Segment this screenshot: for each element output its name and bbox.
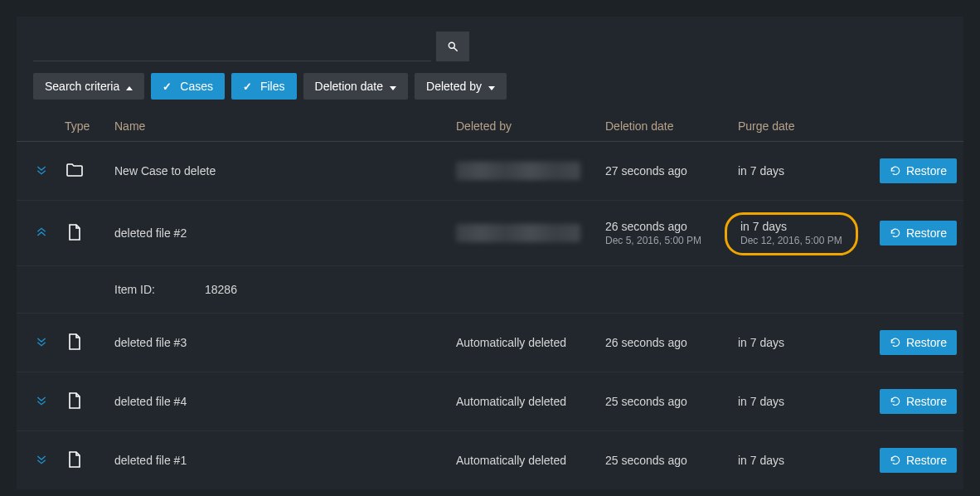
file-icon: [65, 400, 85, 413]
purge-date-cell: in 7 days: [731, 142, 872, 201]
restore-button[interactable]: Restore: [880, 158, 957, 183]
deletion-date-value: 25 seconds ago: [605, 395, 687, 408]
purge-date-value: in 7 days: [740, 220, 787, 233]
cases-filter-label: Cases: [180, 80, 213, 93]
svg-line-1: [454, 48, 458, 51]
deletion-date-sub: Dec 5, 2016, 5:00 PM: [605, 235, 725, 246]
check-icon: [163, 80, 175, 93]
purge-date-cell: in 7 days: [731, 431, 872, 490]
restore-label: Restore: [906, 226, 947, 240]
restore-button[interactable]: Restore: [880, 221, 957, 246]
restore-button[interactable]: Restore: [880, 330, 957, 355]
col-deletion-date-header[interactable]: Deletion date: [599, 111, 731, 142]
deletion-date-cell: 27 seconds ago: [599, 142, 731, 201]
purge-date-cell: in 7 days: [731, 314, 872, 372]
deleted-by-filter-button[interactable]: Deleted by: [415, 73, 507, 100]
col-name-header[interactable]: Name: [108, 111, 449, 142]
deletion-date-cell: 26 seconds ago: [599, 314, 731, 372]
deletion-date-cell: 26 seconds agoDec 5, 2016, 5:00 PM: [599, 201, 731, 266]
detail-row: Item ID:18286: [17, 266, 963, 314]
col-purge-date-header[interactable]: Purge date: [731, 111, 872, 142]
deleted-by-filter-label: Deleted by: [426, 80, 482, 93]
caret-down-icon: [488, 80, 495, 93]
deletion-date-value: 25 seconds ago: [605, 454, 687, 467]
restore-label: Restore: [906, 336, 947, 349]
purge-date-cell: in 7 daysDec 12, 2016, 5:00 PM: [731, 201, 872, 266]
cases-filter-button[interactable]: Cases: [151, 73, 225, 100]
search-icon: [447, 41, 458, 52]
highlight-ring: in 7 daysDec 12, 2016, 5:00 PM: [725, 212, 858, 255]
deleted-by-value: Automatically deleted: [456, 395, 566, 408]
table-row: deleted file #4Automatically deleted25 s…: [17, 372, 963, 431]
deleted-items-panel: Search criteria Cases Files Deletion dat…: [17, 17, 963, 489]
col-expand: [17, 111, 58, 142]
deleted-by-cell: Automatically deleted: [449, 372, 599, 431]
deleted-by-value: Automatically deleted: [456, 454, 566, 467]
purge-date-sub: Dec 12, 2016, 5:00 PM: [740, 235, 842, 246]
table-row: deleted file #1Automatically deleted25 s…: [17, 431, 963, 490]
collapse-icon[interactable]: [35, 226, 48, 239]
item-id-label: Item ID:: [114, 283, 155, 296]
caret-up-icon: [126, 80, 133, 93]
purge-date-value: in 7 days: [738, 164, 784, 177]
expand-icon[interactable]: [35, 163, 48, 177]
files-filter-label: Files: [260, 80, 285, 93]
expand-icon[interactable]: [35, 335, 48, 348]
deleted-by-cell: [449, 142, 599, 201]
table-row: New Case to delete27 seconds agoin 7 day…: [17, 142, 963, 201]
col-type-header[interactable]: Type: [58, 111, 108, 142]
deletion-date-cell: 25 seconds ago: [599, 372, 731, 431]
expand-icon[interactable]: [35, 394, 48, 407]
deleted-by-cell: [449, 201, 599, 266]
deleted-by-value: Automatically deleted: [456, 336, 566, 349]
search-input[interactable]: [33, 32, 431, 61]
purge-date-cell: in 7 days: [731, 372, 872, 431]
toolbar: Search criteria Cases Files Deletion dat…: [17, 17, 963, 111]
restore-label: Restore: [906, 164, 947, 177]
item-name[interactable]: deleted file #4: [108, 372, 449, 431]
deletion-date-value: 27 seconds ago: [605, 164, 687, 177]
search-criteria-label: Search criteria: [45, 80, 119, 93]
file-icon: [65, 341, 85, 354]
restore-label: Restore: [906, 395, 947, 408]
col-action-header: [872, 111, 963, 142]
redacted-text: [456, 162, 580, 180]
search-criteria-button[interactable]: Search criteria: [33, 73, 144, 100]
item-id-value: 18286: [155, 283, 237, 296]
col-deleted-by-header[interactable]: Deleted by: [449, 111, 599, 142]
file-icon: [65, 231, 85, 245]
redacted-text: [456, 224, 580, 242]
deleted-by-cell: Automatically deleted: [449, 314, 599, 372]
item-name[interactable]: deleted file #1: [108, 431, 449, 490]
deleted-items-table: Type Name Deleted by Deletion date Purge…: [17, 111, 963, 489]
expand-icon[interactable]: [35, 453, 48, 466]
folder-icon: [65, 169, 85, 182]
deletion-date-value: 26 seconds ago: [605, 336, 687, 349]
restore-button[interactable]: Restore: [880, 389, 957, 414]
files-filter-button[interactable]: Files: [231, 73, 297, 100]
search-button[interactable]: [436, 32, 469, 61]
purge-date-value: in 7 days: [738, 395, 784, 408]
purge-date-value: in 7 days: [738, 454, 784, 467]
check-icon: [243, 80, 255, 93]
table-header-row: Type Name Deleted by Deletion date Purge…: [17, 111, 963, 142]
restore-button[interactable]: Restore: [880, 448, 957, 473]
table-row: deleted file #3Automatically deleted26 s…: [17, 314, 963, 372]
item-name[interactable]: deleted file #3: [108, 314, 449, 372]
deletion-date-filter-button[interactable]: Deletion date: [303, 73, 409, 100]
deletion-date-value: 26 seconds ago: [605, 220, 687, 233]
caret-down-icon: [390, 80, 396, 93]
restore-label: Restore: [906, 454, 947, 467]
item-name[interactable]: deleted file #2: [108, 201, 449, 266]
table-row: deleted file #226 seconds agoDec 5, 2016…: [17, 201, 963, 266]
deletion-date-cell: 25 seconds ago: [599, 431, 731, 490]
deleted-by-cell: Automatically deleted: [449, 431, 599, 490]
item-name[interactable]: New Case to delete: [108, 142, 449, 201]
purge-date-value: in 7 days: [738, 336, 784, 349]
deletion-date-filter-label: Deletion date: [315, 80, 384, 93]
file-icon: [65, 459, 85, 472]
